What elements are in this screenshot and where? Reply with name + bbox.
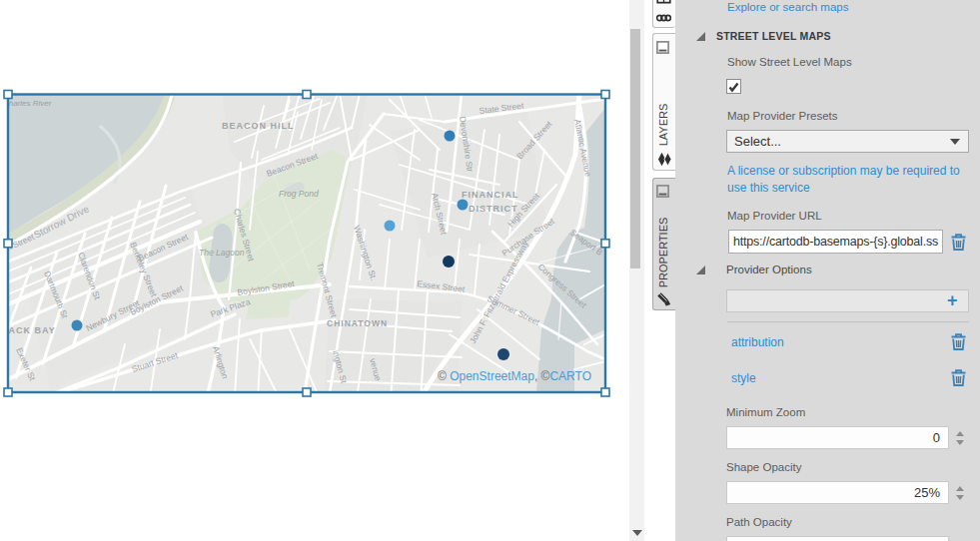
svg-text:FINANCIAL: FINANCIAL [462,190,519,200]
svg-text:CHINATOWN: CHINATOWN [327,318,388,328]
svg-text:DISTRICT: DISTRICT [469,204,518,214]
svg-text:BEACON HILL: BEACON HILL [222,121,295,131]
svg-text:The Lagoon: The Lagoon [199,248,245,258]
svg-text:BACK BAY: BACK BAY [1,325,56,335]
svg-text:Charles River: Charles River [3,99,52,108]
svg-text:© OpenStreetMap, ©CARTO: © OpenStreetMap, ©CARTO [438,369,591,383]
svg-text:Frog Pond: Frog Pond [279,189,319,199]
